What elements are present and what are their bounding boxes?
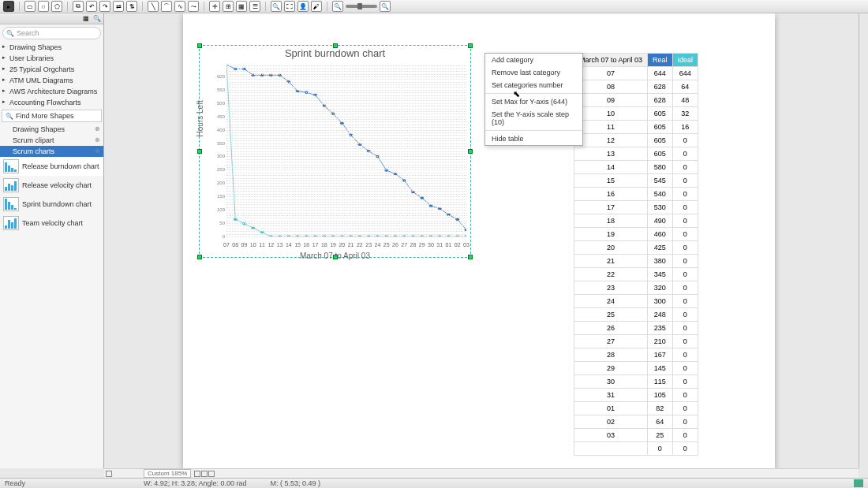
tool-layers[interactable]: 👤 — [297, 1, 309, 12]
status-corner-icon[interactable] — [854, 479, 863, 487]
subsection-item[interactable]: Scrum charts⊗ — [0, 146, 103, 157]
shapes-panel: ▦ 🔍 Search Drawing ShapesUser Libraries2… — [0, 13, 104, 468]
zoom-indicator[interactable]: Custom 185% — [144, 469, 191, 478]
table-row[interactable]: 233200 — [574, 281, 698, 295]
subsection-item[interactable]: Scrum clipart⊗ — [0, 135, 103, 146]
resize-handle[interactable] — [197, 255, 202, 259]
table-row[interactable]: 175300 — [574, 201, 698, 214]
menu-set-categories[interactable]: Set categories number — [485, 79, 582, 91]
table-row[interactable]: 272100 — [574, 335, 698, 348]
table-row[interactable]: 184900 — [574, 214, 698, 228]
shape-entry[interactable]: Release velocity chart — [0, 176, 103, 195]
resize-handle[interactable] — [468, 255, 473, 259]
table-row[interactable]: 291450 — [574, 362, 698, 375]
tool-search[interactable]: 🔍 — [271, 1, 282, 12]
tool-spline[interactable]: ∿ — [174, 1, 185, 12]
table-row[interactable]: 223450 — [574, 268, 698, 281]
table-row[interactable]: 126050 — [574, 134, 698, 147]
tool-pointer[interactable]: ▸ — [3, 1, 14, 12]
status-bar: Ready W: 4.92; H: 3.28; Angle: 0.00 rad … — [0, 478, 868, 488]
find-more-shapes[interactable]: Find More Shapes — [2, 110, 102, 122]
table-row[interactable]: 136050 — [574, 147, 698, 161]
tool-distribute[interactable]: ☰ — [249, 1, 260, 12]
table-row[interactable]: 281670 — [574, 348, 698, 362]
separator — [265, 2, 266, 11]
tool-ellipse[interactable]: ○ — [38, 1, 49, 12]
table-row[interactable]: 301150 — [574, 375, 698, 389]
menu-remove-last[interactable]: Remove last category — [485, 66, 582, 79]
separator — [67, 2, 68, 11]
menu-add-category[interactable]: Add category — [485, 54, 582, 66]
tool-rect[interactable]: ▭ — [24, 1, 36, 12]
zoom-in-icon[interactable]: 🔍 — [380, 1, 391, 12]
tree-item[interactable]: User Libraries — [0, 53, 103, 64]
table-row[interactable]: 243000 — [574, 295, 698, 308]
table-row[interactable]: 204250 — [574, 241, 698, 255]
panel-grid-icon[interactable]: ▦ — [81, 13, 91, 23]
tool-connector[interactable]: ⤳ — [188, 1, 199, 12]
sprint-burndown-chart[interactable]: Sprint burndown chart Hours Left 0501001… — [199, 45, 471, 258]
tool-flip-v[interactable]: ⇅ — [126, 1, 137, 12]
table-row[interactable]: 155450 — [574, 174, 698, 188]
table-row[interactable]: 311050 — [574, 389, 698, 402]
menu-set-ystep[interactable]: Set the Y-axis scale step (10) — [485, 108, 582, 129]
tool-line[interactable]: ╲ — [148, 1, 159, 12]
menu-set-ymax[interactable]: Set Max for Y-axis (644) — [485, 95, 582, 108]
panel-toolbar: ▦ 🔍 — [0, 13, 103, 24]
table-row[interactable]: 0862864 — [574, 80, 698, 94]
view-btn[interactable] — [201, 471, 208, 477]
chart-body: Hours Left 05010015020025030035040045050… — [200, 61, 470, 240]
table-row[interactable]: 213800 — [574, 255, 698, 268]
zoom-out-icon[interactable]: 🔍 — [332, 1, 343, 12]
tool-polygon[interactable]: ⬠ — [51, 1, 62, 12]
canvas[interactable]: Sprint burndown chart Hours Left 0501001… — [104, 13, 859, 468]
subsection-item[interactable]: Drawing Shapes⊗ — [0, 124, 103, 135]
shape-entry[interactable]: Release burndown chart — [0, 157, 103, 176]
table-row[interactable]: 252480 — [574, 308, 698, 322]
tool-duplicate[interactable]: ⧉ — [73, 1, 84, 12]
zoom-slider[interactable] — [346, 5, 377, 8]
table-row[interactable]: 145800 — [574, 161, 698, 174]
tool-align[interactable]: ⊞ — [223, 1, 234, 12]
tool-arc[interactable]: ⌒ — [161, 1, 172, 12]
view-btn[interactable] — [208, 471, 215, 477]
tool-edit-points[interactable]: ✛ — [209, 1, 220, 12]
table-row[interactable]: 0962848 — [574, 94, 698, 107]
status-mouse: M: ( 5.53; 0.49 ) — [270, 479, 320, 487]
resize-handle[interactable] — [333, 255, 338, 259]
table-row[interactable]: 01820 — [574, 402, 698, 415]
table-row[interactable]: 00 — [574, 442, 698, 456]
library-tree: Drawing ShapesUser Libraries25 Typical O… — [0, 42, 103, 108]
tool-flip-h[interactable]: ⇄ — [113, 1, 124, 12]
table-row[interactable]: 1060532 — [574, 107, 698, 121]
tool-brush[interactable]: 🖌 — [311, 1, 322, 12]
shape-entry[interactable]: Sprint burndown chart — [0, 195, 103, 214]
table-row[interactable]: 02640 — [574, 415, 698, 429]
menu-hide-table[interactable]: Hide table — [485, 132, 582, 145]
view-btn[interactable] — [194, 471, 200, 477]
ruler-btn[interactable] — [106, 471, 112, 477]
search-input[interactable]: Search — [2, 27, 101, 39]
tool-fit[interactable]: ⛶ — [284, 1, 295, 12]
resize-handle[interactable] — [468, 43, 473, 48]
tool-group[interactable]: ▦ — [236, 1, 247, 12]
table-row[interactable]: 1160516 — [574, 121, 698, 134]
tool-rotate-right[interactable]: ↷ — [99, 1, 110, 12]
tree-item[interactable]: AWS Architecture Diagrams — [0, 86, 103, 97]
table-row[interactable]: 194600 — [574, 228, 698, 241]
resize-handle[interactable] — [333, 43, 338, 48]
tree-item[interactable]: Accounting Flowcharts — [0, 97, 103, 108]
resize-handle[interactable] — [197, 43, 202, 48]
table-row[interactable]: 165400 — [574, 188, 698, 201]
shape-entry[interactable]: Team velocity chart — [0, 214, 103, 233]
table-row[interactable]: 07644644 — [574, 67, 698, 80]
tool-rotate-left[interactable]: ↶ — [86, 1, 97, 12]
vertical-scrollbar[interactable] — [859, 13, 868, 468]
tree-item[interactable]: ATM UML Diagrams — [0, 75, 103, 86]
table-row[interactable]: 03250 — [574, 429, 698, 442]
tree-item[interactable]: Drawing Shapes — [0, 42, 103, 53]
tree-item[interactable]: 25 Typical Orgcharts — [0, 64, 103, 75]
plot-area — [226, 65, 466, 237]
table-row[interactable]: 262350 — [574, 322, 698, 335]
panel-search-icon[interactable]: 🔍 — [92, 13, 102, 23]
